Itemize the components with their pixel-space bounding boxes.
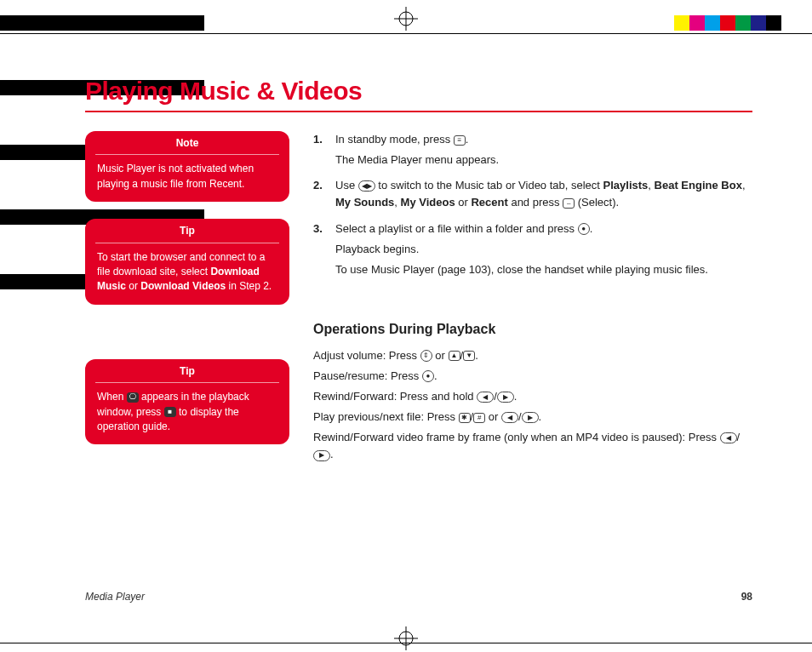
- registration-mark-icon: [394, 626, 418, 650]
- center-key-icon: ●: [422, 370, 434, 382]
- display-icon: 🖵: [127, 392, 139, 403]
- nav-right-key-icon: ▶: [522, 412, 539, 423]
- step-item: Use ◀▶ to switch to the Music tab or Vid…: [313, 177, 752, 211]
- step-list: In standby mode, press ≡. The Media Play…: [313, 131, 752, 278]
- operation-line: Pause/resume: Press ●.: [313, 368, 752, 385]
- tip-callout: Tip When 🖵 appears in the playback windo…: [85, 359, 289, 445]
- callout-header: Tip: [95, 359, 279, 383]
- operation-line: Rewind/Forward video frame by frame (onl…: [313, 429, 752, 463]
- section-heading: Operations During Playback: [313, 319, 752, 340]
- operations-list: Adjust volume: Press ⇕ or ▲/▼. Pause/res…: [313, 347, 752, 464]
- callout-body: When 🖵 appears in the playback window, p…: [85, 390, 289, 434]
- registration-mark-icon: [394, 7, 418, 31]
- nav-left-key-icon: ◀: [501, 412, 518, 423]
- callout-header: Tip: [95, 219, 279, 243]
- step-item: Select a playlist or a file within a fol…: [313, 220, 752, 278]
- callout-header: Note: [95, 131, 279, 155]
- step-item: In standby mode, press ≡. The Media Play…: [313, 131, 752, 169]
- callout-column: Note Music Player is not activated when …: [85, 131, 289, 467]
- nav-right-key-icon: ▶: [313, 450, 330, 461]
- page-content: Playing Music & Videos Note Music Player…: [85, 77, 752, 575]
- callout-body: Music Player is not activated when playi…: [85, 162, 289, 192]
- footer-section: Media Player: [85, 591, 145, 603]
- side-up-key-icon: ▲: [449, 351, 460, 361]
- callout-body: To start the browser and connect to a fi…: [85, 250, 289, 295]
- operation-line: Rewind/Forward: Press and hold ◀/▶.: [313, 388, 752, 405]
- star-key-icon: ✱: [459, 413, 471, 423]
- page-footer: Media Player 98: [85, 591, 752, 603]
- operation-line: Adjust volume: Press ⇕ or ▲/▼.: [313, 347, 752, 364]
- hash-key-icon: #: [473, 413, 485, 423]
- operation-line: Play previous/next file: Press ✱/# or ◀/…: [313, 409, 752, 426]
- nav-right-key-icon: ▶: [497, 392, 514, 403]
- nav-left-key-icon: ◀: [720, 432, 737, 443]
- nav-ud-key-icon: ⇕: [420, 350, 432, 362]
- nav-lr-key-icon: ◀▶: [358, 180, 375, 192]
- side-down-key-icon: ▼: [463, 351, 475, 361]
- media-key-icon: ■: [164, 407, 176, 417]
- menu-key-icon: ≡: [454, 135, 466, 146]
- select-key-icon: –: [563, 198, 575, 209]
- nav-left-key-icon: ◀: [477, 392, 494, 403]
- note-callout: Note Music Player is not activated when …: [85, 131, 289, 202]
- page-title: Playing Music & Videos: [85, 77, 752, 112]
- center-key-icon: ●: [578, 223, 590, 235]
- tip-callout: Tip To start the browser and connect to …: [85, 219, 289, 305]
- main-column: In standby mode, press ≡. The Media Play…: [313, 131, 752, 467]
- page-number: 98: [741, 591, 752, 603]
